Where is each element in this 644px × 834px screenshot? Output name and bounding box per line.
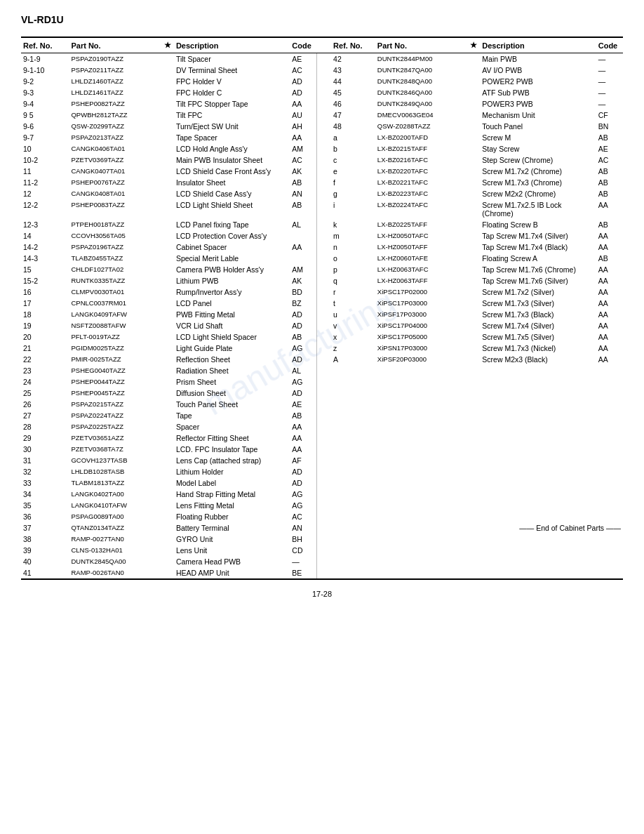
right-code: AB: [596, 177, 623, 188]
right-refno: o: [331, 253, 375, 264]
table-header-row: Ref. No. Part No. ★ Description Code Ref…: [21, 37, 623, 53]
right-partno: LX-HZ0050TAFC: [375, 230, 467, 241]
left-partno: TLABM1813TAZZ: [69, 477, 161, 489]
right-partno: [375, 511, 467, 522]
right-refno: a: [331, 132, 375, 143]
right-code: [596, 489, 623, 500]
right-refno: [331, 410, 375, 421]
right-code: AA: [596, 275, 623, 286]
right-star: [467, 199, 480, 219]
left-partno: QPWBH2812TAZZ: [69, 110, 161, 121]
left-code: [290, 230, 316, 241]
left-star: [161, 556, 174, 567]
right-star: [467, 241, 480, 253]
right-code: CF: [596, 110, 623, 121]
table-row: 9 5 QPWBH2812TAZZ Tilt FPC AU 47 DMECV00…: [21, 110, 623, 121]
right-star: [467, 455, 480, 466]
left-code: AU: [290, 110, 316, 121]
left-code: AN: [290, 522, 316, 534]
right-partno: [375, 466, 467, 477]
right-code: —: [596, 76, 623, 87]
left-refno: 9-2: [21, 76, 69, 87]
left-desc: Prism Sheet: [174, 376, 290, 388]
left-partno: PTPEH0018TAZZ: [69, 219, 161, 230]
right-partno: XiPSC17P04000: [375, 320, 467, 331]
right-star: [467, 534, 480, 545]
left-partno: PMIR-0025TAZZ: [69, 354, 161, 365]
left-refno: 34: [21, 489, 69, 500]
left-code: AG: [290, 489, 316, 500]
left-code: AA: [290, 98, 316, 110]
table-row: 37 QTANZ0134TAZZ Battery Terminal AN —— …: [21, 522, 623, 534]
right-partno: DUNTK2846QA00: [375, 87, 467, 98]
left-refno: 11: [21, 166, 69, 177]
left-partno: CHLDF1027TA02: [69, 264, 161, 275]
left-star: [161, 500, 174, 511]
left-desc: Lens Cap (attached strap): [174, 455, 290, 466]
left-code: AC: [290, 65, 316, 76]
left-partno: DUNTK2845QA00: [69, 556, 161, 567]
table-row: 9-1-10 PSPAZ0211TAZZ DV Terminal Sheet A…: [21, 65, 623, 76]
right-desc: [480, 365, 596, 376]
right-star: [467, 410, 480, 421]
left-code: AD: [290, 309, 316, 320]
left-partno: LANGK0409TAFW: [69, 309, 161, 320]
table-row: 32 LHLDB1028TASB Lithium Holder AD: [21, 466, 623, 477]
left-star: [161, 264, 174, 275]
right-desc: Tap Screw M1.7x6 (Silver): [480, 275, 596, 286]
left-partno: PSPAZ0224TAZZ: [69, 410, 161, 421]
right-code: AA: [596, 331, 623, 343]
right-refno: A: [331, 354, 375, 365]
right-refno: [331, 511, 375, 522]
left-partno: PGIDM0025TAZZ: [69, 343, 161, 354]
left-desc: Cabinet Spacer: [174, 241, 290, 253]
right-code: AA: [596, 320, 623, 331]
left-desc: Lens Unit: [174, 545, 290, 556]
right-desc: AV I/O PWB: [480, 65, 596, 76]
left-refno: 33: [21, 477, 69, 489]
table-row: 14-2 PSPAZ0196TAZZ Cabinet Spacer AA n L…: [21, 241, 623, 253]
right-code: AB: [596, 219, 623, 230]
right-desc: Mechanism Unit: [480, 110, 596, 121]
right-desc: Floating Screw B: [480, 219, 596, 230]
right-code: AC: [596, 154, 623, 166]
right-partno: [375, 534, 467, 545]
left-star: [161, 432, 174, 444]
left-star: [161, 219, 174, 230]
left-partno: NSFTZ0088TAFW: [69, 320, 161, 331]
table-row: 19 NSFTZ0088TAFW VCR Lid Shaft AD v XiPS…: [21, 320, 623, 331]
left-partno: PSPAZ0196TAZZ: [69, 241, 161, 253]
left-partno: PSPAG0089TA00: [69, 511, 161, 522]
left-partno: CANGK0407TA01: [69, 166, 161, 177]
right-refno: f: [331, 177, 375, 188]
right-refno: 44: [331, 76, 375, 87]
right-star: [467, 376, 480, 388]
table-row: 11-2 PSHEP0076TAZZ Insulator Sheet AB f …: [21, 177, 623, 188]
right-star: [467, 489, 480, 500]
right-desc: [480, 376, 596, 388]
table-row: 9-3 LHLDZ1461TAZZ FPC Holder C AD 45 DUN…: [21, 87, 623, 98]
table-row: 30 PZETV0368TA7Z LCD. FPC Insulator Tape…: [21, 444, 623, 455]
left-refno: 22: [21, 354, 69, 365]
left-star: [161, 53, 174, 65]
header-code-left: Code: [290, 37, 316, 53]
right-desc: [480, 444, 596, 455]
right-partno: XiPSF17P03000: [375, 309, 467, 320]
right-partno: LX-HZ0063TAFC: [375, 264, 467, 275]
left-desc: Camera Head PWB: [174, 556, 290, 567]
left-star: [161, 98, 174, 110]
right-desc: Screw M1.7x3 (Nickel): [480, 343, 596, 354]
left-code: AB: [290, 410, 316, 421]
right-star: [467, 264, 480, 275]
right-desc: POWER3 PWB: [480, 98, 596, 110]
right-code: [596, 365, 623, 376]
left-refno: 24: [21, 376, 69, 388]
right-refno: [331, 388, 375, 399]
left-desc: Tilt FPC: [174, 110, 290, 121]
left-refno: 20: [21, 331, 69, 343]
left-refno: 12: [21, 188, 69, 199]
left-star: [161, 143, 174, 154]
right-partno: LX-BZ0220TAFC: [375, 166, 467, 177]
left-star: [161, 199, 174, 219]
table-row: 12-3 PTPEH0018TAZZ LCD Panel fixing Tape…: [21, 219, 623, 230]
